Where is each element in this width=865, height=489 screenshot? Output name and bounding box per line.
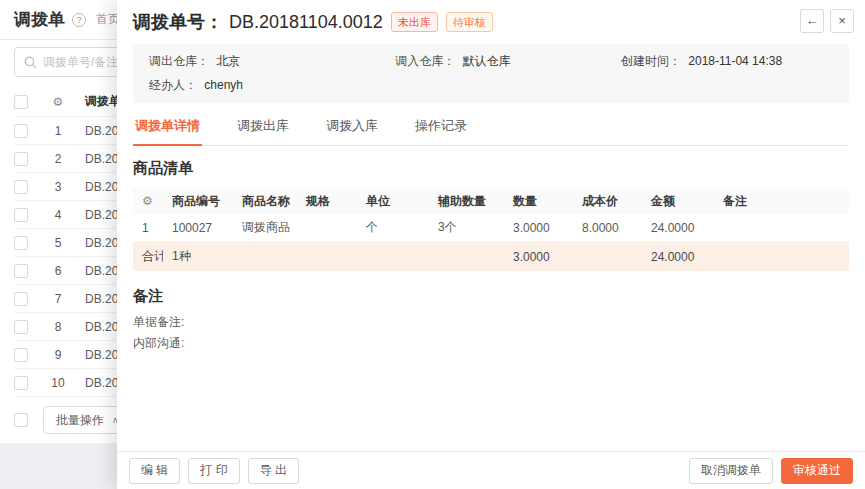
- source-warehouse-label: 调出仓库：: [149, 54, 209, 68]
- select-all-checkbox[interactable]: [14, 95, 28, 109]
- back-button[interactable]: ←: [800, 9, 824, 33]
- handler-value: chenyh: [204, 78, 243, 92]
- total-kinds: 1种: [163, 248, 233, 265]
- column-settings-gear-icon[interactable]: ⚙: [133, 195, 163, 207]
- print-button[interactable]: 打 印: [188, 458, 239, 484]
- row-checkbox[interactable]: [14, 264, 28, 278]
- created-time-label: 创建时间：: [621, 54, 681, 68]
- row-checkbox[interactable]: [14, 236, 28, 250]
- row-index: 4: [43, 208, 73, 222]
- col-amount: 金额: [642, 193, 714, 210]
- close-icon: ×: [838, 13, 846, 28]
- order-number-label: 调拨单号：: [133, 10, 223, 34]
- total-amount: 24.0000: [642, 250, 714, 264]
- cell-unit: 个: [357, 219, 429, 236]
- cell-product-code: 100027: [163, 221, 233, 235]
- col-remark: 备注: [714, 193, 849, 210]
- handler: 经办人： chenyh: [149, 77, 395, 94]
- close-button[interactable]: ×: [830, 9, 854, 33]
- row-checkbox[interactable]: [14, 348, 28, 362]
- row-checkbox[interactable]: [14, 124, 28, 138]
- target-warehouse-value: 默认仓库: [463, 54, 511, 68]
- export-button[interactable]: 导 出: [248, 458, 299, 484]
- cell-index: 1: [133, 221, 163, 235]
- row-checkbox[interactable]: [14, 208, 28, 222]
- tab-transfer-in[interactable]: 调拨入库: [324, 112, 380, 145]
- status-badge-not-shipped: 未出库: [391, 12, 438, 32]
- row-index: 1: [43, 124, 73, 138]
- table-total-row: 合计 1种 3.0000 24.0000: [133, 242, 849, 271]
- col-spec: 规格: [297, 193, 357, 210]
- row-index: 6: [43, 264, 73, 278]
- cancel-transfer-button[interactable]: 取消调拨单: [689, 458, 773, 484]
- status-badge-pending-review: 待审核: [446, 12, 493, 32]
- cell-cost: 8.0000: [573, 221, 642, 235]
- row-index: 8: [43, 320, 73, 334]
- detail-tabs: 调拨单详情 调拨出库 调拨入库 操作记录: [133, 103, 849, 146]
- cell-amount: 24.0000: [642, 221, 714, 235]
- edit-button[interactable]: 编 辑: [129, 458, 180, 484]
- row-index: 5: [43, 236, 73, 250]
- cell-qty: 3.0000: [504, 221, 573, 235]
- row-index: 2: [43, 152, 73, 166]
- col-aux-qty: 辅助数量: [429, 193, 504, 210]
- product-table-header: ⚙ 商品编号 商品名称 规格 单位 辅助数量 数量 成本价 金额 备注: [133, 188, 849, 214]
- col-qty: 数量: [504, 193, 573, 210]
- order-number-value: DB.20181104.0012: [229, 12, 383, 33]
- tab-order-detail[interactable]: 调拨单详情: [133, 112, 202, 146]
- page-title: 调拨单: [14, 8, 65, 31]
- remarks-section-title: 备注: [133, 287, 849, 306]
- back-arrow-icon: ←: [806, 13, 819, 28]
- tab-operation-log[interactable]: 操作记录: [413, 112, 469, 145]
- cell-aux-qty: 3个: [429, 219, 504, 236]
- total-qty: 3.0000: [504, 250, 573, 264]
- created-time-value: 2018-11-04 14:38: [688, 54, 782, 68]
- search-icon: [24, 56, 37, 69]
- row-index: 3: [43, 180, 73, 194]
- row-index: 9: [43, 348, 73, 362]
- help-icon[interactable]: ?: [72, 13, 86, 27]
- source-warehouse-value: 北京: [216, 54, 240, 68]
- cell-product-name: 调拨商品: [233, 219, 297, 236]
- select-all-checkbox-bottom[interactable]: [14, 413, 28, 427]
- row-index: 10: [43, 376, 73, 390]
- transfer-order-detail-drawer: 调拨单号： DB.20181104.0012 未出库 待审核 ← × 调出仓库：…: [117, 0, 865, 489]
- target-warehouse-label: 调入仓库：: [395, 54, 455, 68]
- drawer-footer: 编 辑 打 印 导 出 取消调拨单 审核通过: [117, 451, 865, 489]
- order-info-bar: 调出仓库： 北京 调入仓库： 默认仓库 创建时间： 2018-11-04 14:…: [133, 44, 849, 103]
- tab-transfer-out[interactable]: 调拨出库: [235, 112, 291, 145]
- created-time: 创建时间： 2018-11-04 14:38: [621, 53, 833, 70]
- col-product-code: 商品编号: [163, 193, 233, 210]
- target-warehouse: 调入仓库： 默认仓库: [395, 53, 621, 70]
- drawer-header: 调拨单号： DB.20181104.0012 未出库 待审核 ← ×: [117, 0, 865, 44]
- row-checkbox[interactable]: [14, 180, 28, 194]
- source-warehouse: 调出仓库： 北京: [149, 53, 395, 70]
- window-buttons: ← ×: [800, 9, 854, 33]
- col-product-name: 商品名称: [233, 193, 297, 210]
- row-index: 7: [43, 292, 73, 306]
- col-cost: 成本价: [573, 193, 642, 210]
- row-checkbox[interactable]: [14, 376, 28, 390]
- product-table: ⚙ 商品编号 商品名称 规格 单位 辅助数量 数量 成本价 金额 备注 1 10…: [133, 188, 849, 271]
- column-settings-gear-icon[interactable]: ⚙: [43, 96, 73, 108]
- row-checkbox[interactable]: [14, 292, 28, 306]
- handler-label: 经办人：: [149, 78, 197, 92]
- product-list-title: 商品清单: [133, 159, 849, 178]
- batch-actions-label: 批量操作: [56, 412, 104, 429]
- approve-button[interactable]: 审核通过: [781, 458, 853, 484]
- table-row: 1 100027 调拨商品 个 3个 3.0000 8.0000 24.0000: [133, 214, 849, 242]
- document-remark-label: 单据备注:: [133, 312, 849, 333]
- row-checkbox[interactable]: [14, 152, 28, 166]
- col-unit: 单位: [357, 193, 429, 210]
- total-label: 合计: [133, 248, 163, 265]
- internal-note-label: 内部沟通:: [133, 333, 849, 354]
- row-checkbox[interactable]: [14, 320, 28, 334]
